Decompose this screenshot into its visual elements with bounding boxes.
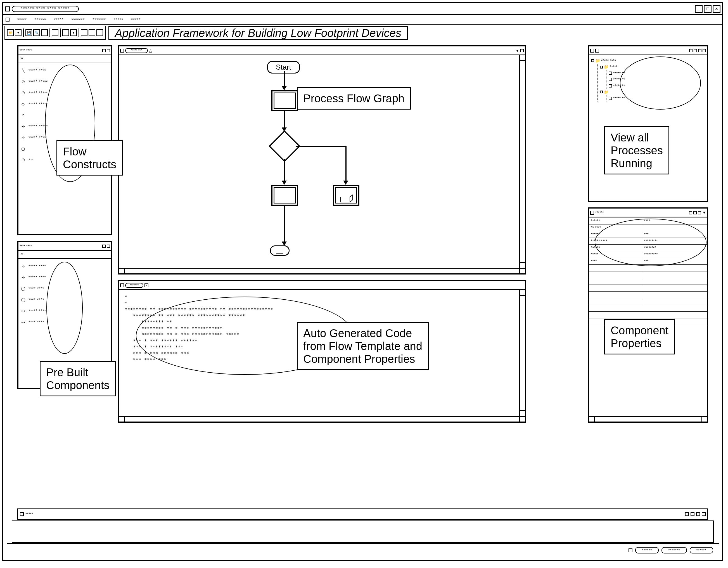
menu-item[interactable]: ******* [93,17,106,22]
process-node[interactable] [271,90,298,111]
panel-icon [120,283,124,287]
panel-icon [120,49,124,53]
tab-label[interactable]: ** [21,253,23,257]
dropdown-icon[interactable]: ▾ [70,29,77,36]
search-button[interactable]: 🔍 [33,29,40,36]
tool-button[interactable] [52,29,58,36]
scrollbar-vertical[interactable] [519,290,525,416]
status-control-icon[interactable] [696,512,700,516]
window-title: ****** **** **** ***** [12,6,79,12]
close-button[interactable]: × [713,5,720,13]
panel-control-icon[interactable] [703,49,706,52]
scrollbar-horizontal[interactable] [119,268,525,273]
status-bar: ***** [17,508,708,520]
tool-button[interactable] [89,29,95,36]
app-window: ****** **** **** ***** _ □ × ***** *****… [2,2,723,561]
panel-control-icon[interactable] [689,49,693,52]
palette-item[interactable]: ℗***** ***** [20,76,110,87]
start-node[interactable]: Start [267,61,300,74]
panel-control-icon[interactable] [693,211,697,214]
tab-icon[interactable] [590,49,594,53]
panel-title: **** **** [20,48,32,53]
tab-icon[interactable] [595,49,599,53]
panel-control-icon[interactable] [107,245,110,248]
menu-item[interactable]: ***** [131,17,141,22]
canvas-title: ***** *** [125,48,148,53]
close-icon[interactable]: × [144,283,148,287]
process-tree[interactable]: -📁***** **** -📁***** ***** ** ***** ** *… [589,55,707,104]
tool-button[interactable] [81,29,87,36]
console-area [12,520,714,543]
minimize-button[interactable]: _ [695,5,703,13]
maximize-button[interactable]: □ [704,5,712,13]
collapse-icon[interactable]: - [600,66,603,68]
callout-codegen: Auto Generated Code from Flow Template a… [297,322,429,370]
panel-title: **** **** [20,244,32,248]
panel-control-icon[interactable] [102,245,106,248]
status-control-icon[interactable] [691,512,694,516]
panel-control-icon[interactable] [698,211,701,214]
palette-item[interactable]: ⊶***** **** [20,305,110,316]
menu-icon [6,18,10,22]
menu-item[interactable]: ***** [114,17,123,22]
titlebar: ****** **** **** ***** _ □ × [3,3,722,15]
app-title: Application Framework for Building Low F… [108,26,408,40]
callout-prebuilt: Pre Built Components [40,361,116,396]
collapse-icon[interactable]: - [591,59,594,62]
sysmenu-icon[interactable] [5,6,10,11]
palette-item[interactable]: ⊹***** ***** [20,121,110,132]
callout-compprops: Component Properties [604,319,675,354]
panel-control-icon[interactable] [698,49,701,52]
palette-item[interactable]: ⊹***** **** [20,261,110,272]
status-pill: ****** [690,547,713,553]
bottom-statusbar: ****** ******* ****** [7,543,719,557]
panel-control-icon[interactable] [107,49,110,52]
scrollbar-horizontal[interactable] [589,416,707,422]
properties-table[interactable]: ********** ** **** ********* ****** ****… [589,217,707,325]
palette-item[interactable]: ⊹***** **** [20,272,110,283]
panel-control-icon[interactable] [102,49,106,52]
dropdown-icon[interactable]: ▾ [15,29,22,36]
expand-icon[interactable]: - [600,91,603,93]
panel-title: ****** [595,210,604,215]
callout-processes: View all Processes Running [604,126,669,174]
save-button[interactable]: 💾 [25,29,32,36]
status-control-icon[interactable] [702,512,706,516]
status-pill: ******* [661,547,687,553]
status-text: ***** [25,512,33,516]
panel-control-icon[interactable] [689,211,692,214]
panel-icon [590,211,594,215]
panel-control-icon[interactable] [520,49,524,52]
panel-control-icon[interactable] [694,49,697,52]
tool-button[interactable] [62,29,69,36]
end-node[interactable]: ⎯⎯ [270,245,290,256]
palette-item[interactable]: ◇***** ***** [20,98,110,110]
status-icon [629,548,632,552]
scrollbar-vertical[interactable] [519,55,525,268]
dropdown-icon[interactable]: ▼ [702,210,706,215]
menu-item[interactable]: ****** [35,17,46,22]
open-button[interactable]: 📂 [7,29,14,36]
menubar: ***** ****** ***** ******* ******* *****… [3,15,722,25]
palette-item[interactable]: ◯**** **** [20,283,110,294]
process-node[interactable] [271,185,298,206]
toolbar: 📂 ▾ 💾 🔍 ▾ [4,26,106,40]
palette-item[interactable]: ╲***** **** [20,65,110,76]
tab-label[interactable]: ** [21,57,23,61]
palette-item[interactable]: ◯**** **** [20,294,110,305]
menu-item[interactable]: ***** [54,17,63,22]
status-control-icon[interactable] [685,512,689,516]
stop-button[interactable] [41,29,48,36]
menu-item[interactable]: ******* [71,17,85,22]
palette-item[interactable]: ℗***** ***** [20,87,110,98]
scrollbar-horizontal[interactable] [119,416,525,422]
palette-item[interactable]: ⊶**** **** [20,316,110,328]
properties-panel: ****** ▼ ********** ** **** ********* **… [588,207,708,423]
flow-canvas[interactable]: ***** *** △ ▼ Start [118,45,526,274]
process-node[interactable] [333,185,359,206]
code-title: ******* [125,283,143,288]
palette-item[interactable]: ↺ [20,110,110,121]
status-icon [20,512,24,516]
menu-item[interactable]: ***** [17,17,27,22]
tool-button[interactable] [96,29,103,36]
